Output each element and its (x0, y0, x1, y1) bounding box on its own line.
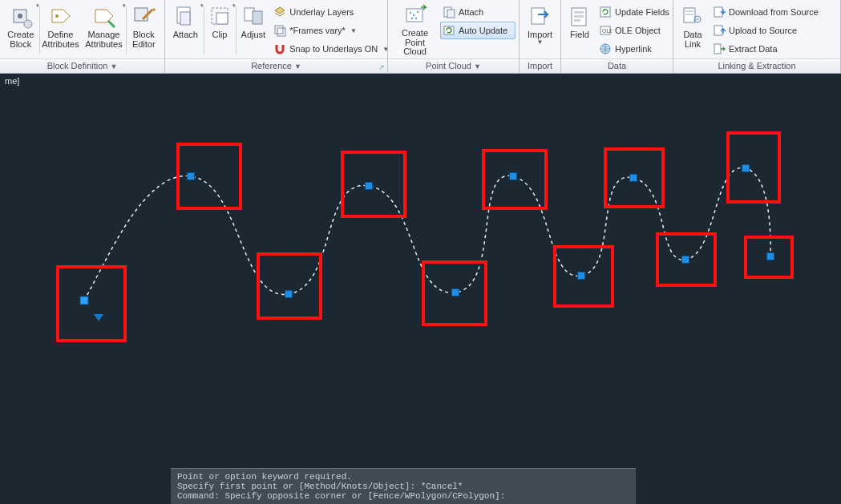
define-attr-line1: Define (48, 30, 74, 40)
frames-icon (273, 24, 286, 37)
auto-update-button[interactable]: Auto Update (440, 22, 516, 39)
svg-rect-12 (277, 28, 285, 36)
upload-icon (713, 24, 726, 37)
snap-underlays-label: Snap to Underlays ON (289, 44, 378, 54)
download-from-source-button[interactable]: Download from Source (710, 3, 831, 21)
spline-fit-point-grip[interactable] (452, 289, 459, 296)
panel-title-pc-label: Point Cloud (426, 61, 471, 71)
pc-attach-button[interactable]: Attach (440, 3, 516, 21)
create-block-line1: Create (7, 30, 34, 40)
update-fields-icon (599, 6, 612, 18)
hyperlink-label: Hyperlink (615, 44, 652, 54)
command-line[interactable]: Point or option keyword required. Specif… (171, 468, 636, 504)
svg-point-15 (412, 14, 414, 16)
hyperlink-button[interactable]: Hyperlink (596, 40, 670, 58)
attach-button[interactable]: Attach ▾ (168, 2, 203, 58)
panel-title-reference[interactable]: Reference▼ (165, 58, 387, 73)
import-button[interactable]: Import ▼ (523, 2, 557, 58)
panel-title-data: Data (561, 58, 673, 73)
extract-data-button[interactable]: Extract Data (710, 40, 831, 58)
spline-fit-point-grip[interactable] (285, 291, 293, 298)
reference-dialog-launcher[interactable]: ↗ (378, 63, 385, 71)
clip-icon (207, 4, 232, 30)
spline-fit-point-grip[interactable] (578, 272, 585, 280)
grip-menu-glyph[interactable] (94, 314, 103, 321)
cmd-history-line: Specify first point or [Method/Knots/Obj… (177, 482, 629, 491)
chevron-down-icon: ▼ (110, 62, 117, 71)
update-fields-label: Update Fields (615, 7, 669, 17)
spline-fit-point-grip[interactable] (188, 173, 195, 180)
extract-label: Extract Data (729, 44, 778, 54)
define-attr-line2: Attributes (42, 40, 79, 50)
point-cloud-create-icon (402, 4, 428, 28)
tag-icon (48, 4, 74, 30)
panel-import: Import ▼ Import (520, 0, 561, 73)
refresh-icon (443, 24, 455, 37)
extract-icon (713, 42, 726, 55)
field-button[interactable]: Field (564, 2, 595, 58)
cmd-history-line: Point or option keyword required. (177, 472, 629, 482)
define-attributes-button[interactable]: Define Attributes (40, 2, 82, 58)
spline-fit-point-grip[interactable] (742, 165, 750, 172)
snap-underlays-button[interactable]: Snap to Underlays ON ▼ (271, 40, 384, 58)
import-icon (528, 4, 553, 30)
tag-edit-icon (91, 4, 117, 30)
data-link-button[interactable]: Data Link (677, 2, 709, 58)
cmd-prompt-line: Command: Specify opposite corner or [Fen… (177, 491, 629, 501)
attach-label: Attach (173, 30, 198, 40)
svg-point-16 (416, 11, 418, 13)
underlay-layers-button[interactable]: Underlay Layers (271, 3, 384, 21)
block-editor-button[interactable]: Block Editor (127, 2, 162, 58)
panel-title-reference-label: Reference (251, 61, 292, 71)
drawing-area[interactable]: me] (0, 74, 841, 504)
data-link-icon (680, 4, 706, 30)
spline-fit-point-grip[interactable] (630, 175, 637, 182)
manage-attr-line2: Attributes (85, 40, 122, 50)
clip-label: Clip (212, 30, 228, 40)
panel-title-point-cloud[interactable]: Point Cloud▼ (388, 58, 519, 73)
chevron-down-icon: ▼ (350, 27, 357, 34)
manage-attributes-button[interactable]: Manage Attributes ▾ (83, 2, 125, 58)
panel-linking-extraction: Data Link Download from Source Upload to… (673, 0, 841, 73)
svg-text:OLE: OLE (602, 28, 612, 34)
block-editor-line1: Block (133, 30, 155, 40)
chevron-down-icon: ▼ (474, 62, 481, 71)
magnet-icon (273, 42, 286, 55)
block-editor-line2: Editor (132, 40, 156, 50)
update-fields-button[interactable]: Update Fields (596, 3, 670, 21)
upload-to-source-button[interactable]: Upload to Source (710, 22, 831, 39)
panel-title-block-def-label: Block Definition (47, 61, 108, 71)
spline-fit-point-grip[interactable] (510, 173, 517, 180)
create-block-button[interactable]: Create Block ▾ (3, 2, 38, 58)
panel-title-block-definition[interactable]: Block Definition▼ (0, 58, 164, 73)
panel-title-data-label: Data (608, 61, 626, 71)
create-pc-line2: Point Cloud (394, 38, 436, 57)
svg-point-14 (409, 12, 410, 14)
ole-object-button[interactable]: OLE OLE Object (596, 22, 670, 39)
spline-fit-point-grip[interactable] (767, 253, 774, 260)
frames-vary-button[interactable]: *Frames vary* ▼ (271, 22, 384, 39)
panel-title-import: Import (520, 58, 560, 73)
annotation-highlight-box (58, 267, 125, 341)
ole-object-label: OLE Object (615, 26, 661, 35)
svg-rect-32 (685, 10, 693, 12)
spline-fit-point-grip[interactable] (366, 183, 373, 190)
download-label: Download from Source (729, 7, 819, 17)
create-point-cloud-button[interactable]: Create Point Cloud (391, 2, 439, 58)
spline-fit-point-grip[interactable] (682, 256, 689, 264)
ribbon: Create Block ▾ Define Attributes Manage … (0, 0, 841, 74)
auto-update-label: Auto Update (459, 26, 507, 35)
svg-rect-6 (180, 12, 190, 25)
svg-rect-4 (135, 8, 148, 21)
adjust-button[interactable]: Adjust (237, 2, 269, 58)
clip-button[interactable]: Clip ▾ (204, 2, 236, 58)
upload-label: Upload to Source (729, 26, 797, 35)
svg-point-18 (410, 18, 412, 19)
spline-start-grip[interactable] (80, 296, 88, 304)
model-space[interactable] (0, 74, 841, 504)
svg-point-17 (414, 18, 416, 19)
svg-point-2 (24, 20, 32, 28)
adjust-label: Adjust (241, 30, 266, 40)
chevron-down-icon: ▼ (382, 46, 389, 53)
link-icon (599, 42, 612, 55)
